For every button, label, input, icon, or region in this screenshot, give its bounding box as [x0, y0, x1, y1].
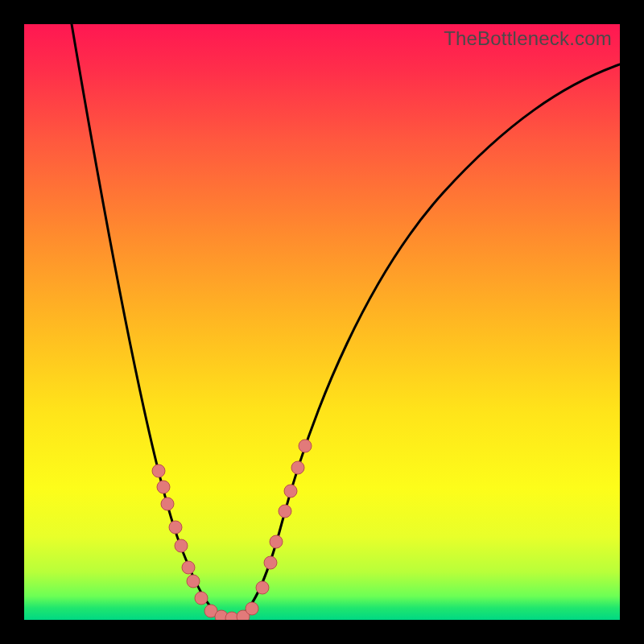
data-dot	[246, 602, 258, 615]
left-curve	[72, 24, 233, 618]
data-dot	[284, 485, 297, 497]
data-dot	[270, 535, 283, 548]
data-dot	[187, 575, 200, 588]
data-dot	[291, 461, 304, 474]
data-dot	[169, 521, 182, 534]
data-dot	[256, 581, 269, 594]
data-dot	[182, 561, 195, 574]
data-dot	[279, 505, 291, 518]
data-dot	[157, 481, 170, 493]
dots-layer	[152, 440, 312, 620]
chart-svg	[24, 24, 620, 620]
data-dot	[264, 556, 277, 569]
data-dot	[161, 497, 174, 510]
chart-frame: TheBottleneck.com	[0, 0, 644, 644]
data-dot	[299, 440, 312, 452]
data-dot	[195, 592, 208, 605]
data-dot	[175, 539, 188, 552]
chart-plot-area: TheBottleneck.com	[24, 24, 620, 620]
data-dot	[152, 464, 165, 477]
curve-layer	[72, 24, 620, 618]
right-curve	[235, 64, 620, 618]
